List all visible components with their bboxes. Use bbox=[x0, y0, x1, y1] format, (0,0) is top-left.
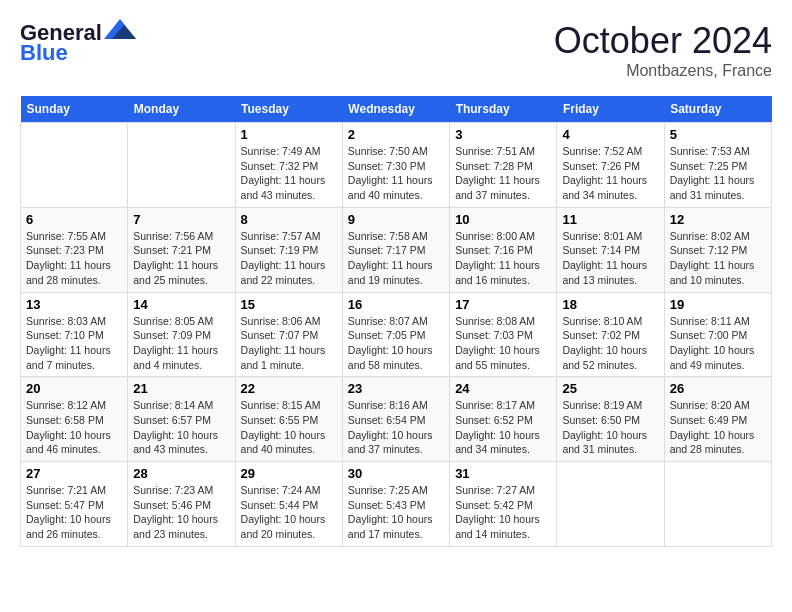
day-number: 22 bbox=[241, 381, 337, 396]
weekday-monday: Monday bbox=[128, 96, 235, 123]
title-block: October 2024 Montbazens, France bbox=[554, 20, 772, 80]
calendar-week-5: 27Sunrise: 7:21 AM Sunset: 5:47 PM Dayli… bbox=[21, 462, 772, 547]
day-number: 24 bbox=[455, 381, 551, 396]
day-number: 11 bbox=[562, 212, 658, 227]
calendar-cell bbox=[557, 462, 664, 547]
day-number: 18 bbox=[562, 297, 658, 312]
day-info: Sunrise: 7:51 AM Sunset: 7:28 PM Dayligh… bbox=[455, 144, 551, 203]
day-info: Sunrise: 7:25 AM Sunset: 5:43 PM Dayligh… bbox=[348, 483, 444, 542]
day-info: Sunrise: 8:14 AM Sunset: 6:57 PM Dayligh… bbox=[133, 398, 229, 457]
calendar-cell: 6Sunrise: 7:55 AM Sunset: 7:23 PM Daylig… bbox=[21, 207, 128, 292]
day-info: Sunrise: 8:17 AM Sunset: 6:52 PM Dayligh… bbox=[455, 398, 551, 457]
day-info: Sunrise: 7:50 AM Sunset: 7:30 PM Dayligh… bbox=[348, 144, 444, 203]
month-title: October 2024 bbox=[554, 20, 772, 62]
day-number: 25 bbox=[562, 381, 658, 396]
day-number: 14 bbox=[133, 297, 229, 312]
calendar-cell: 18Sunrise: 8:10 AM Sunset: 7:02 PM Dayli… bbox=[557, 292, 664, 377]
day-number: 1 bbox=[241, 127, 337, 142]
weekday-thursday: Thursday bbox=[450, 96, 557, 123]
calendar-cell: 12Sunrise: 8:02 AM Sunset: 7:12 PM Dayli… bbox=[664, 207, 771, 292]
calendar-cell: 5Sunrise: 7:53 AM Sunset: 7:25 PM Daylig… bbox=[664, 123, 771, 208]
day-number: 29 bbox=[241, 466, 337, 481]
day-info: Sunrise: 8:12 AM Sunset: 6:58 PM Dayligh… bbox=[26, 398, 122, 457]
day-info: Sunrise: 8:16 AM Sunset: 6:54 PM Dayligh… bbox=[348, 398, 444, 457]
weekday-saturday: Saturday bbox=[664, 96, 771, 123]
calendar-cell: 8Sunrise: 7:57 AM Sunset: 7:19 PM Daylig… bbox=[235, 207, 342, 292]
calendar-week-2: 6Sunrise: 7:55 AM Sunset: 7:23 PM Daylig… bbox=[21, 207, 772, 292]
day-info: Sunrise: 8:05 AM Sunset: 7:09 PM Dayligh… bbox=[133, 314, 229, 373]
day-info: Sunrise: 7:24 AM Sunset: 5:44 PM Dayligh… bbox=[241, 483, 337, 542]
day-info: Sunrise: 8:03 AM Sunset: 7:10 PM Dayligh… bbox=[26, 314, 122, 373]
day-number: 8 bbox=[241, 212, 337, 227]
calendar-table: SundayMondayTuesdayWednesdayThursdayFrid… bbox=[20, 96, 772, 547]
day-info: Sunrise: 7:53 AM Sunset: 7:25 PM Dayligh… bbox=[670, 144, 766, 203]
calendar-cell: 13Sunrise: 8:03 AM Sunset: 7:10 PM Dayli… bbox=[21, 292, 128, 377]
day-number: 7 bbox=[133, 212, 229, 227]
calendar-cell: 9Sunrise: 7:58 AM Sunset: 7:17 PM Daylig… bbox=[342, 207, 449, 292]
day-info: Sunrise: 7:58 AM Sunset: 7:17 PM Dayligh… bbox=[348, 229, 444, 288]
day-number: 3 bbox=[455, 127, 551, 142]
day-info: Sunrise: 8:10 AM Sunset: 7:02 PM Dayligh… bbox=[562, 314, 658, 373]
calendar-cell: 24Sunrise: 8:17 AM Sunset: 6:52 PM Dayli… bbox=[450, 377, 557, 462]
day-info: Sunrise: 8:08 AM Sunset: 7:03 PM Dayligh… bbox=[455, 314, 551, 373]
calendar-cell: 16Sunrise: 8:07 AM Sunset: 7:05 PM Dayli… bbox=[342, 292, 449, 377]
calendar-cell: 28Sunrise: 7:23 AM Sunset: 5:46 PM Dayli… bbox=[128, 462, 235, 547]
calendar-week-4: 20Sunrise: 8:12 AM Sunset: 6:58 PM Dayli… bbox=[21, 377, 772, 462]
weekday-sunday: Sunday bbox=[21, 96, 128, 123]
calendar-cell: 1Sunrise: 7:49 AM Sunset: 7:32 PM Daylig… bbox=[235, 123, 342, 208]
day-number: 21 bbox=[133, 381, 229, 396]
weekday-header-row: SundayMondayTuesdayWednesdayThursdayFrid… bbox=[21, 96, 772, 123]
day-info: Sunrise: 8:01 AM Sunset: 7:14 PM Dayligh… bbox=[562, 229, 658, 288]
day-number: 4 bbox=[562, 127, 658, 142]
calendar-cell: 10Sunrise: 8:00 AM Sunset: 7:16 PM Dayli… bbox=[450, 207, 557, 292]
day-number: 15 bbox=[241, 297, 337, 312]
day-number: 5 bbox=[670, 127, 766, 142]
calendar-cell: 3Sunrise: 7:51 AM Sunset: 7:28 PM Daylig… bbox=[450, 123, 557, 208]
day-info: Sunrise: 7:55 AM Sunset: 7:23 PM Dayligh… bbox=[26, 229, 122, 288]
logo-blue: Blue bbox=[20, 40, 68, 66]
day-number: 9 bbox=[348, 212, 444, 227]
calendar-cell: 31Sunrise: 7:27 AM Sunset: 5:42 PM Dayli… bbox=[450, 462, 557, 547]
page-header: General Blue October 2024 Montbazens, Fr… bbox=[20, 20, 772, 80]
calendar-cell: 21Sunrise: 8:14 AM Sunset: 6:57 PM Dayli… bbox=[128, 377, 235, 462]
calendar-cell: 23Sunrise: 8:16 AM Sunset: 6:54 PM Dayli… bbox=[342, 377, 449, 462]
day-number: 30 bbox=[348, 466, 444, 481]
day-number: 13 bbox=[26, 297, 122, 312]
day-number: 6 bbox=[26, 212, 122, 227]
calendar-cell: 15Sunrise: 8:06 AM Sunset: 7:07 PM Dayli… bbox=[235, 292, 342, 377]
calendar-cell: 25Sunrise: 8:19 AM Sunset: 6:50 PM Dayli… bbox=[557, 377, 664, 462]
calendar-body: 1Sunrise: 7:49 AM Sunset: 7:32 PM Daylig… bbox=[21, 123, 772, 547]
day-number: 27 bbox=[26, 466, 122, 481]
day-info: Sunrise: 8:11 AM Sunset: 7:00 PM Dayligh… bbox=[670, 314, 766, 373]
day-number: 12 bbox=[670, 212, 766, 227]
day-number: 23 bbox=[348, 381, 444, 396]
day-number: 19 bbox=[670, 297, 766, 312]
day-info: Sunrise: 8:20 AM Sunset: 6:49 PM Dayligh… bbox=[670, 398, 766, 457]
day-info: Sunrise: 8:19 AM Sunset: 6:50 PM Dayligh… bbox=[562, 398, 658, 457]
day-number: 31 bbox=[455, 466, 551, 481]
day-number: 26 bbox=[670, 381, 766, 396]
weekday-tuesday: Tuesday bbox=[235, 96, 342, 123]
logo: General Blue bbox=[20, 20, 136, 66]
day-info: Sunrise: 7:27 AM Sunset: 5:42 PM Dayligh… bbox=[455, 483, 551, 542]
location-subtitle: Montbazens, France bbox=[554, 62, 772, 80]
calendar-cell: 17Sunrise: 8:08 AM Sunset: 7:03 PM Dayli… bbox=[450, 292, 557, 377]
day-info: Sunrise: 7:56 AM Sunset: 7:21 PM Dayligh… bbox=[133, 229, 229, 288]
calendar-cell: 19Sunrise: 8:11 AM Sunset: 7:00 PM Dayli… bbox=[664, 292, 771, 377]
calendar-cell: 14Sunrise: 8:05 AM Sunset: 7:09 PM Dayli… bbox=[128, 292, 235, 377]
calendar-cell: 11Sunrise: 8:01 AM Sunset: 7:14 PM Dayli… bbox=[557, 207, 664, 292]
day-info: Sunrise: 8:06 AM Sunset: 7:07 PM Dayligh… bbox=[241, 314, 337, 373]
logo-icon bbox=[104, 19, 136, 39]
day-number: 16 bbox=[348, 297, 444, 312]
day-info: Sunrise: 7:49 AM Sunset: 7:32 PM Dayligh… bbox=[241, 144, 337, 203]
calendar-cell bbox=[21, 123, 128, 208]
day-number: 17 bbox=[455, 297, 551, 312]
day-info: Sunrise: 7:23 AM Sunset: 5:46 PM Dayligh… bbox=[133, 483, 229, 542]
day-info: Sunrise: 7:21 AM Sunset: 5:47 PM Dayligh… bbox=[26, 483, 122, 542]
calendar-cell: 4Sunrise: 7:52 AM Sunset: 7:26 PM Daylig… bbox=[557, 123, 664, 208]
day-info: Sunrise: 8:07 AM Sunset: 7:05 PM Dayligh… bbox=[348, 314, 444, 373]
weekday-wednesday: Wednesday bbox=[342, 96, 449, 123]
calendar-cell: 30Sunrise: 7:25 AM Sunset: 5:43 PM Dayli… bbox=[342, 462, 449, 547]
calendar-week-3: 13Sunrise: 8:03 AM Sunset: 7:10 PM Dayli… bbox=[21, 292, 772, 377]
calendar-cell: 20Sunrise: 8:12 AM Sunset: 6:58 PM Dayli… bbox=[21, 377, 128, 462]
